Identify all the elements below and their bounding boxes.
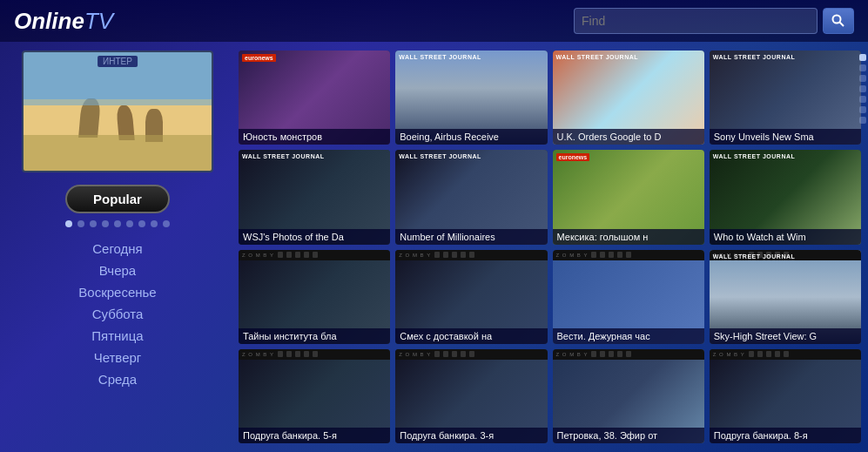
nav-item-sunday[interactable]: Воскресенье: [0, 281, 235, 303]
video-thumb-1: euronewsЮность монстров: [239, 51, 390, 145]
dot-6: [126, 220, 133, 227]
header: Online TV: [0, 0, 868, 42]
scroll-dot-5: [859, 96, 866, 103]
video-thumb-10: Z O M B YСмех с доставкой на: [395, 250, 547, 344]
video-card-12[interactable]: Z O M B YWALL STREET JOURNALSky-High Str…: [710, 250, 861, 344]
wsj-logo-4: WALL STREET JOURNAL: [713, 54, 796, 60]
video-card-3[interactable]: WALL STREET JOURNALU.K. Orders Google to…: [553, 51, 704, 145]
scroll-dot-1: [859, 54, 866, 61]
main: ИНТЕР Popular СегодняВчераВоскресеньеСуб…: [0, 42, 868, 452]
nav-item-yesterday[interactable]: Вчера: [0, 260, 235, 281]
nav-list: СегодняВчераВоскресеньеСубботаПятницаЧет…: [0, 238, 235, 390]
video-card-7[interactable]: euronewsМексика: голышом н: [553, 150, 704, 244]
preview-box: ИНТЕР: [22, 51, 213, 172]
video-title-8: Who to Watch at Wim: [710, 229, 861, 245]
video-thumb-15: Z O M B YПетровка, 38. Эфир от: [553, 349, 704, 443]
video-card-11[interactable]: Z O M B YВести. Дежурная час: [553, 250, 704, 344]
video-thumb-5: WALL STREET JOURNALWSJ's Photos of the D…: [239, 150, 390, 244]
video-card-8[interactable]: WALL STREET JOURNALWho to Watch at Wim: [710, 150, 861, 244]
scroll-dot-7: [859, 117, 866, 124]
scroll-dot-2: [859, 64, 866, 71]
svg-line-1: [840, 23, 844, 27]
video-title-3: U.K. Orders Google to D: [553, 129, 704, 145]
video-thumb-8: WALL STREET JOURNALWho to Watch at Wim: [710, 150, 861, 244]
video-card-14[interactable]: Z O M B YПодруга банкира. 3-я: [395, 349, 547, 443]
nav-item-friday[interactable]: Пятница: [0, 325, 235, 347]
logo-online: Online: [14, 8, 84, 35]
popular-button[interactable]: Popular: [65, 185, 170, 213]
video-thumb-9: Z O M B YТайны института бла: [239, 250, 390, 344]
wsj-logo-3: WALL STREET JOURNAL: [556, 54, 639, 60]
scroll-dot-4: [859, 85, 866, 92]
video-card-15[interactable]: Z O M B YПетровка, 38. Эфир от: [553, 349, 704, 443]
wsj-logo-6: WALL STREET JOURNAL: [399, 153, 481, 159]
video-grid: euronewsЮность монстровWALL STREET JOURN…: [239, 51, 861, 443]
search-button[interactable]: [823, 8, 854, 34]
video-card-16[interactable]: Z O M B YПодруга банкира. 8-я: [710, 349, 861, 443]
search-area: [574, 8, 854, 34]
scroll-dot-6: [859, 106, 866, 113]
video-card-5[interactable]: WALL STREET JOURNALWSJ's Photos of the D…: [239, 150, 390, 244]
video-thumb-7: euronewsМексика: голышом н: [553, 150, 704, 244]
scrollbar: [858, 51, 868, 443]
video-title-9: Тайны института бла: [239, 328, 390, 344]
nav-item-saturday[interactable]: Суббота: [0, 303, 235, 325]
video-title-2: Boeing, Airbus Receive: [395, 129, 547, 145]
nav-item-today[interactable]: Сегодня: [0, 238, 235, 260]
video-card-4[interactable]: WALL STREET JOURNALSony Unveils New Sma: [710, 51, 861, 145]
video-card-1[interactable]: euronewsЮность монстров: [239, 51, 390, 145]
wsj-logo-2: WALL STREET JOURNAL: [399, 54, 481, 60]
video-title-14: Подруга банкира. 3-я: [395, 428, 547, 443]
search-input[interactable]: [574, 8, 818, 34]
search-icon: [831, 14, 845, 28]
video-title-6: Number of Millionaires: [395, 229, 547, 245]
nav-item-thursday[interactable]: Четверг: [0, 347, 235, 368]
content-area: euronewsЮность монстровWALL STREET JOURN…: [235, 42, 868, 452]
dot-4: [102, 220, 109, 227]
euronews-logo-1: euronews: [242, 54, 276, 62]
dot-7: [138, 220, 145, 227]
video-card-6[interactable]: WALL STREET JOURNALNumber of Millionaire…: [395, 150, 547, 244]
dot-1: [65, 220, 72, 227]
video-thumb-16: Z O M B YПодруга банкира. 8-я: [710, 349, 861, 443]
dot-5: [114, 220, 121, 227]
video-thumb-4: WALL STREET JOURNALSony Unveils New Sma: [710, 51, 861, 145]
video-thumb-11: Z O M B YВести. Дежурная час: [553, 250, 704, 344]
video-title-10: Смех с доставкой на: [395, 328, 547, 344]
wsj-logo-8: WALL STREET JOURNAL: [713, 153, 796, 159]
video-title-15: Петровка, 38. Эфир от: [553, 428, 704, 443]
video-title-13: Подруга банкира. 5-я: [239, 428, 390, 443]
video-title-16: Подруга банкира. 8-я: [710, 428, 861, 443]
video-card-9[interactable]: Z O M B YТайны института бла: [239, 250, 390, 344]
video-card-13[interactable]: Z O M B YПодруга банкира. 5-я: [239, 349, 390, 443]
preview-label: ИНТЕР: [98, 56, 138, 67]
video-card-2[interactable]: WALL STREET JOURNALBoeing, Airbus Receiv…: [395, 51, 547, 145]
video-title-12: Sky-High Street View: G: [710, 328, 861, 344]
video-card-10[interactable]: Z O M B YСмех с доставкой на: [395, 250, 547, 344]
video-title-5: WSJ's Photos of the Da: [239, 229, 390, 245]
video-thumb-6: WALL STREET JOURNALNumber of Millionaire…: [395, 150, 547, 244]
video-title-11: Вести. Дежурная час: [553, 328, 704, 344]
logo: Online TV: [14, 8, 113, 35]
dot-9: [163, 220, 170, 227]
video-thumb-12: Z O M B YWALL STREET JOURNALSky-High Str…: [710, 250, 861, 344]
video-title-7: Мексика: голышом н: [553, 229, 704, 245]
video-thumb-3: WALL STREET JOURNALU.K. Orders Google to…: [553, 51, 704, 145]
dot-8: [151, 220, 158, 227]
euronews-logo-7: euronews: [556, 153, 590, 161]
video-thumb-2: WALL STREET JOURNALBoeing, Airbus Receiv…: [395, 51, 547, 145]
video-title-1: Юность монстров: [239, 129, 390, 145]
wsj-logo-5: WALL STREET JOURNAL: [242, 153, 325, 159]
sidebar: ИНТЕР Popular СегодняВчераВоскресеньеСуб…: [0, 42, 235, 452]
video-title-4: Sony Unveils New Sma: [710, 129, 861, 145]
preview-image: [24, 52, 212, 171]
dot-2: [77, 220, 84, 227]
wsj-logo-12: WALL STREET JOURNAL: [713, 253, 796, 260]
video-thumb-13: Z O M B YПодруга банкира. 5-я: [239, 349, 390, 443]
scroll-dot-3: [859, 75, 866, 82]
nav-item-wednesday[interactable]: Среда: [0, 368, 235, 390]
logo-tv: TV: [84, 8, 113, 35]
video-thumb-14: Z O M B YПодруга банкира. 3-я: [395, 349, 547, 443]
dots-row: [65, 220, 170, 227]
svg-point-0: [833, 16, 841, 24]
